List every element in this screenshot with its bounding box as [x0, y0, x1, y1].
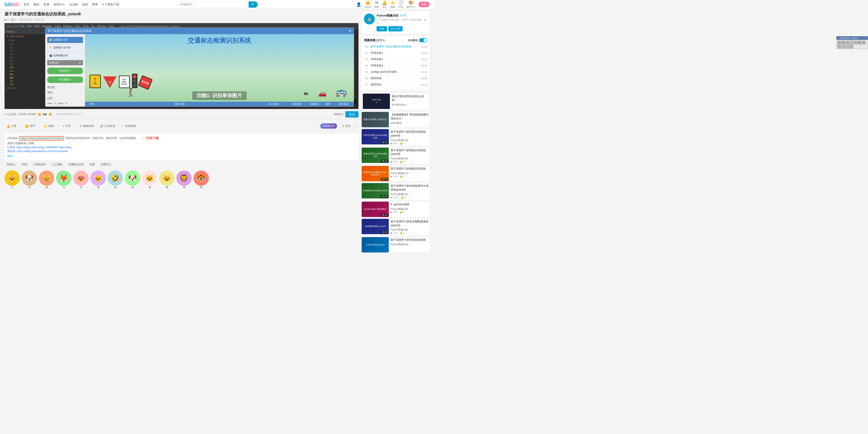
send-danmaku-button[interactable]: 发送 — [345, 111, 359, 118]
rec-card-0[interactable]: 读懂·代码复现 AI顶会论文 【保姆级教程】带你彻底搞懂AI顶会论文！ bili… — [362, 112, 430, 127]
tag-6[interactable]: 深度学习 — [99, 162, 113, 167]
rec-card-7[interactable]: 车型识别系统 yolov8 基于深度学习的车型识别系统 Python图像识别 — [362, 237, 430, 252]
ai-summary-button[interactable]: AI视频总结 — [320, 123, 337, 129]
coin-button[interactable]: 🪙 投币 — [23, 123, 37, 129]
playlist-item-5[interactable]: P6 模型训练 09:08 — [364, 75, 427, 82]
tag-3[interactable]: 人工智能 — [50, 162, 64, 167]
ide-menu-view[interactable]: View — [34, 25, 39, 28]
ide-menu-help[interactable]: Help — [109, 25, 114, 28]
avatar-icon[interactable]: 👤 — [356, 2, 361, 7]
tag-2[interactable]: 计算机技术 — [31, 162, 48, 167]
avatar-4[interactable]: 😻 刘 — [73, 170, 89, 189]
avatar-7[interactable]: 🐶 杨 — [125, 170, 141, 189]
nav-anime[interactable]: 番剧 — [33, 2, 39, 6]
nav-game[interactable]: 游戏中心 — [53, 2, 65, 6]
autoplay-toggle[interactable] — [419, 38, 427, 42]
select-video-button[interactable]: 🎬选择视频文件 — [47, 52, 83, 59]
danmaku-input[interactable]: 发表你的弹幕见证当下 — [54, 111, 332, 118]
vip-icon[interactable]: 👑 大会员 — [364, 0, 371, 8]
nav-right: 👤 👑 大会员 ✉ 消息 🔔 动态 ⭐ 收藏 🕐 历史 🎨 创作中心 投稿 — [356, 0, 430, 8]
nav-esports[interactable]: 赛事 — [92, 2, 98, 6]
ide-menu-edit[interactable]: Edit — [27, 25, 31, 28]
avatar-8[interactable]: 🐱 板 — [142, 170, 158, 189]
ide-menu-file[interactable]: File — [20, 25, 24, 28]
nav-live[interactable]: 直播 — [43, 2, 49, 6]
upload-button[interactable]: 投稿 — [418, 2, 430, 7]
video-player[interactable]: code_yolov8 File Edit View Navigate Code… — [4, 23, 359, 109]
export-button[interactable]: 导出数据 › — [47, 76, 83, 83]
select-image-button[interactable]: 📁选择图片文件 — [47, 37, 83, 43]
avatar-1[interactable]: 🐶 津 — [22, 170, 37, 189]
avatar-11[interactable]: 🐯 嗨 — [193, 170, 209, 189]
dialog-close-button[interactable]: ✕ — [348, 29, 351, 33]
rec-card-1[interactable]: 车型识别系统 yolov8×模型识别 46:03 基于深度学习的车型识别系统(y… — [362, 129, 430, 146]
avatar-9[interactable]: 😺 哦 — [159, 170, 175, 189]
avatar-6[interactable]: 🤣 格 — [107, 170, 123, 189]
playlist-item-3[interactable]: P4 环境安装3 03:45 — [364, 63, 427, 69]
report-btn[interactable]: 弹幕批次 — [334, 113, 344, 116]
rec-card-5[interactable]: pycharm安装 及配置教程 06:42 4. pycharm安装 Pytho… — [362, 202, 430, 217]
avatar-label-0: 汪 — [4, 186, 20, 189]
rec-meta-6: ▶ 319 · 👍 1 — [391, 231, 430, 235]
nav-download[interactable]: ⬇下载客户端 — [102, 2, 119, 6]
avatar-5[interactable]: 🐱 蔺 — [90, 170, 106, 189]
rec-card-3[interactable]: 果蔬识别识别系统 yolov5×模型识别 35:34 基于深度学习的果蔬识别系统… — [362, 166, 430, 181]
tag-4[interactable]: 交通标志识别 — [66, 162, 86, 167]
edit-tags-button[interactable]: ✎ 编辑标签 — [78, 123, 96, 129]
pkg-link[interactable]: 面包多: https://mbd.pub/o/author-cGeYm2xm/w… — [7, 149, 356, 153]
search-input[interactable] — [176, 1, 249, 8]
message-icon[interactable]: ✉ 消息 — [374, 0, 379, 8]
follow-button[interactable]: 关注 499 — [388, 26, 403, 31]
detect-target-dropdown[interactable]: 检测目标▼ — [47, 60, 83, 65]
rec-card-4[interactable]: 垃圾检测与分类系统 yolov8 46:00 基于深度学习的垃圾检测与分类系统(… — [362, 183, 430, 200]
more-data-button[interactable]: ⋯ 更多数据 — [119, 123, 138, 129]
playlist-item-4[interactable]: P5 configs.yaml文件说明 02:21 — [364, 69, 427, 75]
ide-menu-code[interactable]: Code — [55, 25, 61, 28]
playlist-item-2[interactable]: P3 环境安装2 03:42 — [364, 56, 427, 63]
kimi-rec-card[interactable]: Kimi ChatH 我点开真没想到还有这么好用！ 有问题问Kimi — [362, 92, 430, 110]
tag-5[interactable]: 交通 — [88, 162, 97, 167]
ide-menu-git[interactable]: Git — [91, 25, 94, 28]
playlist-item-0[interactable]: P1 基于深度学习的交通标志识别系统 01:52 — [364, 43, 427, 50]
like-button[interactable]: 👍 点赞 — [4, 123, 18, 129]
tag-1[interactable]: 科技 — [20, 162, 29, 167]
ide-menu-run[interactable]: Run — [75, 25, 80, 28]
dynamic-icon[interactable]: 🔔 动态 — [382, 0, 387, 8]
code-url-value[interactable]: https://mbd.pub/o/bread/ZZyTm5tu — [20, 136, 64, 141]
tag-0[interactable]: 茶茶会 › — [4, 162, 18, 167]
share-button[interactable]: ↗ 分享 — [60, 123, 73, 129]
playlist-item-1[interactable]: P2 环境安装1 23:04 — [364, 50, 427, 56]
up-name[interactable]: Python图像识别 — [377, 13, 398, 18]
rec-card-6[interactable]: 安全帽检测系统 yolov5 35:08 基于深度学习的安全帽检测系统(yolo… — [362, 219, 430, 236]
dialog-right-panel: 交通标志检测识别系统 🚶 ▽ — [85, 34, 354, 106]
more-options-icon[interactable]: ⋯ — [355, 124, 359, 128]
avatar-10[interactable]: 🦁 啊 — [176, 170, 192, 189]
select-image-folder-button[interactable]: 📂选择图片文件夹 — [47, 44, 83, 51]
csdn-link[interactable]: CSDN: https://blog.csdn.net/qq_28949847?… — [7, 146, 356, 149]
ide-menu-window[interactable]: Window — [97, 25, 106, 28]
send-message-link[interactable]: 发消息 — [400, 14, 406, 17]
playlist-item-6[interactable]: P7 模型评估 02:10 — [364, 82, 427, 88]
avatar-2[interactable]: 😸 模 — [39, 170, 55, 189]
rec-card-2[interactable]: 果蔬识别系统 yolov8×模型识别 46:23 基于深度学习的果蔬识别系统(y… — [362, 148, 430, 164]
note-button[interactable]: 📝 笔记 — [339, 123, 352, 129]
interact-button[interactable]: 🔗 互动推进 — [98, 123, 117, 129]
nav-manga[interactable]: 漫画 — [82, 2, 88, 6]
favorite-icon[interactable]: ⭐ 收藏 — [390, 0, 395, 8]
ide-menu-navigate[interactable]: Navigate — [42, 25, 52, 28]
charge-button[interactable]: 充电 — [377, 26, 387, 31]
up-avatar[interactable]: 🤖 — [364, 13, 375, 24]
nav-vip[interactable]: 会员购 — [69, 2, 78, 6]
avatar-3[interactable]: 🦊 凡 — [56, 170, 72, 189]
bilibili-logo[interactable]: bilibili — [4, 2, 19, 7]
nav-home[interactable]: 首页 — [24, 2, 29, 6]
expand-button[interactable]: 收起 — [7, 154, 13, 158]
run-button[interactable]: 开始运行 › — [47, 68, 83, 74]
creator-center-icon[interactable]: 🎨 创作中心 — [406, 0, 415, 8]
search-button[interactable]: 🔍 — [249, 1, 258, 8]
ide-menu-tools[interactable]: Tools — [83, 25, 89, 28]
ide-menu-refactor[interactable]: Refactor — [63, 25, 73, 28]
avatar-0[interactable]: 🐱 汪 — [4, 170, 20, 189]
collect-button[interactable]: ⭐ 收藏 — [41, 123, 55, 129]
history-icon[interactable]: 🕐 历史 — [398, 0, 403, 8]
